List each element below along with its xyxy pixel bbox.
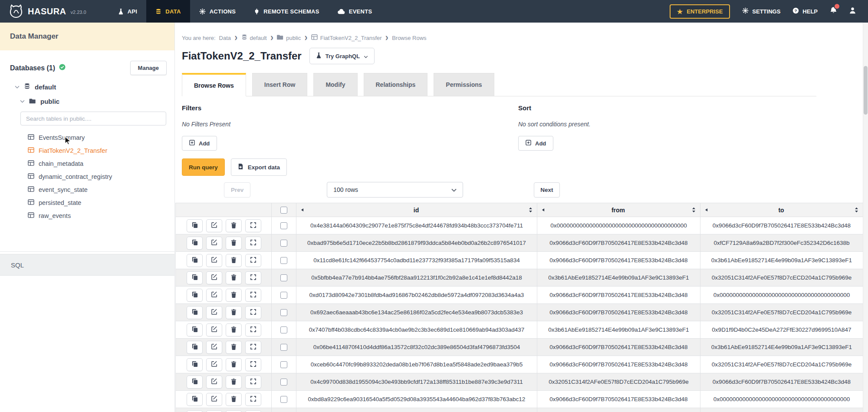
tab-relationships[interactable]: Relationships xyxy=(364,73,428,96)
sort-icon[interactable] xyxy=(692,207,696,213)
tab-modify[interactable]: Modify xyxy=(313,73,357,96)
rows-per-page-select[interactable]: 100 rows xyxy=(327,182,463,198)
sidebar-table-EventsSummary[interactable]: EventsSummary xyxy=(28,131,174,144)
notifications-button[interactable] xyxy=(830,7,837,16)
chevron-down-icon[interactable] xyxy=(15,86,20,89)
delete-row-button[interactable] xyxy=(226,237,242,250)
delete-row-button[interactable] xyxy=(226,306,242,319)
delete-row-button[interactable] xyxy=(226,254,242,267)
expand-row-button[interactable] xyxy=(245,306,261,319)
tab-insert-row[interactable]: Insert Row xyxy=(252,73,308,96)
sidebar-table-chain_metadata[interactable]: chain_metadata xyxy=(28,157,174,170)
breadcrumb-item-public[interactable]: public xyxy=(277,34,301,41)
delete-row-button[interactable] xyxy=(226,376,242,389)
edit-row-button[interactable] xyxy=(206,393,222,406)
tab-permissions[interactable]: Permissions xyxy=(434,73,494,96)
expand-row-button[interactable] xyxy=(245,323,261,336)
edit-row-button[interactable] xyxy=(206,358,222,371)
sidebar-item-database-default[interactable]: default xyxy=(15,83,174,91)
expand-row-button[interactable] xyxy=(245,219,261,232)
row-checkbox[interactable] xyxy=(280,361,287,368)
vertical-scrollbar[interactable] xyxy=(863,23,868,412)
prev-page-button[interactable]: Prev xyxy=(224,182,250,198)
clone-row-button[interactable] xyxy=(187,271,203,284)
help-button[interactable]: ? HELP xyxy=(792,7,818,15)
row-checkbox[interactable] xyxy=(280,222,287,229)
column-header-to[interactable]: to xyxy=(700,203,863,217)
expand-row-button[interactable] xyxy=(245,358,261,371)
try-graphql-button[interactable]: Try GraphQL xyxy=(309,48,375,64)
expand-row-button[interactable] xyxy=(245,376,261,389)
sort-icon[interactable] xyxy=(529,207,533,213)
nav-item-api[interactable]: API xyxy=(109,0,147,23)
select-all-checkbox[interactable] xyxy=(280,207,287,214)
col-collapse-icon[interactable] xyxy=(301,208,304,212)
delete-row-button[interactable] xyxy=(226,341,242,354)
col-collapse-icon[interactable] xyxy=(705,208,708,212)
col-collapse-icon[interactable] xyxy=(542,208,545,212)
clone-row-button[interactable] xyxy=(187,358,203,371)
chevron-down-icon[interactable] xyxy=(20,100,25,103)
breadcrumb-item-fiattokenv2_2_transfer[interactable]: FiatTokenV2_2_Transfer xyxy=(311,34,382,41)
delete-row-button[interactable] xyxy=(226,271,242,284)
edit-row-button[interactable] xyxy=(206,254,222,267)
row-checkbox[interactable] xyxy=(280,379,287,386)
settings-button[interactable]: SETTINGS xyxy=(742,7,780,15)
row-checkbox[interactable] xyxy=(280,396,287,403)
breadcrumb-item-default[interactable]: default xyxy=(241,34,267,42)
row-checkbox[interactable] xyxy=(280,257,287,264)
search-tables-input[interactable] xyxy=(20,112,166,125)
edit-row-button[interactable] xyxy=(206,289,222,302)
clone-row-button[interactable] xyxy=(187,306,203,319)
sidebar-item-sql[interactable]: SQL xyxy=(0,254,174,276)
nav-item-actions[interactable]: ACTIONS xyxy=(190,0,245,23)
clone-row-button[interactable] xyxy=(187,393,203,406)
column-header-from[interactable]: from xyxy=(537,203,700,217)
row-checkbox[interactable] xyxy=(280,344,287,351)
breadcrumb-item-browse-rows[interactable]: Browse Rows xyxy=(392,35,426,41)
clone-row-button[interactable] xyxy=(187,323,203,336)
account-button[interactable] xyxy=(849,7,856,16)
edit-row-button[interactable] xyxy=(206,323,222,336)
run-query-button[interactable]: Run query xyxy=(182,158,225,176)
clone-row-button[interactable] xyxy=(187,254,203,267)
sort-icon[interactable] xyxy=(855,207,858,213)
enterprise-button[interactable]: ★ ENTERPRISE xyxy=(670,4,730,19)
edit-row-button[interactable] xyxy=(206,219,222,232)
edit-row-button[interactable] xyxy=(206,271,222,284)
next-page-button[interactable]: Next xyxy=(534,182,559,198)
nav-item-remote-schemas[interactable]: REMOTE SCHEMAS xyxy=(245,0,328,23)
sidebar-table-FiatTokenV2_2_Transfer[interactable]: FiatTokenV2_2_Transfer xyxy=(28,144,174,157)
delete-row-button[interactable] xyxy=(226,358,242,371)
sidebar-table-raw_events[interactable]: raw_events xyxy=(28,209,174,222)
expand-row-button[interactable] xyxy=(245,393,261,406)
hasura-brand[interactable]: HASURA v2.23.0 xyxy=(0,3,92,20)
row-checkbox[interactable] xyxy=(280,274,287,281)
delete-row-button[interactable] xyxy=(226,323,242,336)
clone-row-button[interactable] xyxy=(187,237,203,250)
delete-row-button[interactable] xyxy=(226,410,242,412)
edit-row-button[interactable] xyxy=(206,306,222,319)
edit-row-button[interactable] xyxy=(206,410,222,412)
sidebar-item-schema-public[interactable]: public xyxy=(20,98,174,105)
clone-row-button[interactable] xyxy=(187,376,203,389)
clone-row-button[interactable] xyxy=(187,341,203,354)
export-data-button[interactable]: Export data xyxy=(231,158,287,176)
tab-browse-rows[interactable]: Browse Rows xyxy=(182,73,246,96)
edit-row-button[interactable] xyxy=(206,237,222,250)
scrollbar-thumb[interactable] xyxy=(864,66,868,115)
row-checkbox[interactable] xyxy=(280,326,287,333)
nav-item-events[interactable]: EVENTS xyxy=(329,0,381,23)
edit-row-button[interactable] xyxy=(206,376,222,389)
nav-item-data[interactable]: DATA xyxy=(146,0,190,23)
sidebar-table-dynamic_contract_registry[interactable]: dynamic_contract_registry xyxy=(28,170,174,183)
clone-row-button[interactable] xyxy=(187,219,203,232)
row-checkbox[interactable] xyxy=(280,292,287,299)
row-checkbox[interactable] xyxy=(280,309,287,316)
add-filter-button[interactable]: Add xyxy=(182,136,217,151)
edit-row-button[interactable] xyxy=(206,341,222,354)
row-checkbox[interactable] xyxy=(280,240,287,247)
expand-row-button[interactable] xyxy=(245,237,261,250)
expand-row-button[interactable] xyxy=(245,289,261,302)
sidebar-table-event_sync_state[interactable]: event_sync_state xyxy=(28,183,174,196)
